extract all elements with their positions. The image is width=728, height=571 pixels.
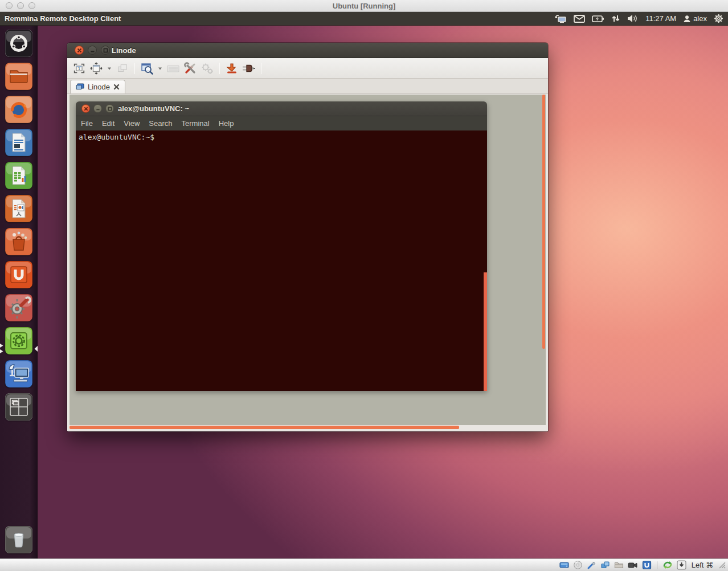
username: alex (693, 14, 707, 23)
terminal-title: alex@ubuntuVNC: ~ (118, 104, 189, 113)
mouse-integration-icon[interactable] (662, 560, 673, 570)
tab-monitor-icon (76, 83, 84, 91)
window-close-button[interactable] (75, 46, 84, 55)
launcher-item-trash[interactable] (5, 526, 32, 553)
svg-text:1: 1 (78, 67, 80, 71)
remmina-tab-bar: Linode (67, 79, 548, 94)
host-key-state-icon[interactable] (677, 560, 686, 570)
unity-launcher (0, 26, 38, 558)
terminal-minimize-button[interactable] (93, 104, 102, 113)
launcher-item-libreoffice-calc[interactable] (5, 162, 32, 189)
launcher-item-libreoffice-writer[interactable] (5, 129, 32, 156)
launcher-item-workspace-switcher[interactable] (5, 393, 32, 421)
tools-icon[interactable] (183, 61, 198, 76)
workspace-switcher-icon (5, 393, 32, 421)
launcher-item-dash-home[interactable] (5, 30, 32, 57)
tab-linode[interactable]: Linode (70, 80, 125, 93)
menu-help[interactable]: Help (219, 119, 234, 128)
network-icon[interactable] (600, 560, 610, 570)
battery-icon[interactable] (592, 15, 604, 23)
volume-icon[interactable] (627, 14, 639, 23)
vnc-vertical-scrollbar[interactable] (542, 95, 545, 349)
fit-window-icon[interactable] (89, 61, 104, 76)
terminal-titlebar[interactable]: alex@ubuntuVNC: ~ (76, 101, 487, 116)
terminal-menubar: File Edit View Search Terminal Help (76, 116, 487, 130)
ubuntu-top-panel: Remmina Remote Desktop Client (0, 12, 728, 26)
vm-window-titlebar: Ubuntu [Running] (0, 0, 728, 12)
remmina-icon (5, 360, 32, 388)
software-center-icon (5, 228, 32, 255)
firefox-icon (5, 96, 32, 123)
vbox-statusbar: Left ⌘ (0, 558, 728, 571)
vnc-horizontal-scrollbar[interactable] (69, 426, 459, 429)
video-capture-icon[interactable] (628, 560, 638, 570)
remmina-applet-icon[interactable] (554, 14, 567, 23)
menu-file[interactable]: File (81, 119, 93, 128)
vnc-viewport[interactable]: alex@ubuntuVNC: ~ File Edit View Search … (69, 95, 546, 425)
hard-disk-icon[interactable] (559, 560, 569, 570)
window-minimize-button[interactable] (88, 46, 97, 55)
toolbar-separator (219, 63, 220, 74)
system-settings-icon (5, 294, 32, 321)
launcher-item-firefox[interactable] (5, 96, 32, 123)
terminal-body[interactable]: alex@ubuntuVNC:~$ (76, 130, 487, 391)
focused-indicator-arrow (34, 345, 38, 352)
launcher-item-files[interactable] (5, 63, 32, 90)
zoom-caret-icon[interactable] (157, 61, 163, 76)
minimize-window-icon[interactable] (224, 61, 239, 76)
ubuntu-one-icon (5, 261, 32, 288)
remote-terminal-window: alex@ubuntuVNC: ~ File Edit View Search … (76, 101, 487, 391)
libreoffice-impress-icon (5, 195, 32, 222)
disconnect-plug-icon[interactable] (242, 61, 256, 76)
window-maximize-button[interactable] (101, 46, 110, 55)
toggle-fullscreen-icon[interactable]: 1 (72, 61, 87, 76)
menu-terminal[interactable]: Terminal (182, 119, 210, 128)
session-gear-icon[interactable] (714, 14, 723, 23)
menu-view[interactable]: View (124, 119, 140, 128)
trash-icon (5, 526, 32, 553)
clock[interactable]: 11:27 AM (645, 14, 676, 23)
app-menu-title[interactable]: Remmina Remote Desktop Client (0, 14, 121, 23)
terminal-prompt: alex@ubuntuVNC:~$ (79, 133, 154, 141)
toolbar-separator (134, 63, 135, 74)
host-key-label: Left ⌘ (690, 561, 714, 569)
libreoffice-calc-icon (5, 162, 32, 189)
tab-close-icon[interactable] (113, 84, 120, 90)
files-folder-icon (5, 63, 32, 90)
launcher-item-ubuntu-one[interactable] (5, 261, 32, 288)
terminal-scrollbar[interactable] (484, 272, 487, 391)
terminal-close-button[interactable] (81, 104, 90, 113)
toolbar-separator (261, 63, 261, 74)
optical-disc-icon[interactable] (573, 560, 583, 570)
launcher-item-remmina[interactable] (5, 360, 32, 388)
settings-gears-icon (200, 61, 215, 76)
launcher-item-system-settings[interactable] (5, 294, 32, 321)
remmina-window: Linode 1 (67, 43, 548, 431)
running-indicator-arrows (0, 342, 3, 355)
remmina-titlebar[interactable]: Linode (67, 43, 548, 58)
user-menu[interactable]: alex (683, 14, 707, 23)
remmina-window-title: Linode (112, 46, 136, 55)
zoom-icon[interactable] (140, 61, 154, 76)
shared-folders-icon[interactable] (614, 560, 624, 570)
launcher-item-software-updater[interactable] (5, 327, 32, 354)
terminal-maximize-button[interactable] (105, 104, 114, 113)
software-updater-icon (5, 327, 32, 354)
switch-page-icon (115, 61, 130, 76)
remmina-content-frame: alex@ubuntuVNC: ~ File Edit View Search … (67, 94, 548, 431)
screen: Ubuntu [Running] Remmina Remote Desktop … (0, 0, 728, 571)
features-icon[interactable] (642, 560, 652, 570)
menu-edit[interactable]: Edit (102, 119, 114, 128)
launcher-item-software-center[interactable] (5, 228, 32, 255)
resize-grip-icon[interactable] (718, 561, 726, 569)
messaging-menu-icon[interactable] (574, 15, 585, 23)
remmina-toolbar: 1 (67, 58, 548, 79)
libreoffice-writer-icon (5, 129, 32, 156)
launcher-item-libreoffice-impress[interactable] (5, 195, 32, 222)
menu-search[interactable]: Search (149, 119, 172, 128)
network-sync-icon[interactable] (611, 14, 620, 23)
fit-window-caret-icon[interactable] (106, 61, 113, 76)
usb-icon[interactable] (587, 560, 596, 570)
vm-window-title: Ubuntu [Running] (0, 2, 728, 10)
tab-label: Linode (88, 83, 110, 91)
